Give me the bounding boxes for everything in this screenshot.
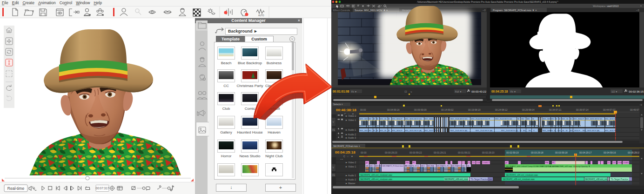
svg-text:00:46:38:18: 00:46:38:18: [336, 108, 356, 112]
svg-text:00:02:59:19: 00:02:59:19: [506, 151, 519, 154]
svg-text:MVI_3650.F: MVI_3650.F: [392, 129, 402, 132]
svg-text:MVI_3691.MOV [V]: MVI_3691.MOV [V]: [585, 118, 602, 120]
svg-text:−≡: −≡: [636, 9, 640, 12]
svg-text:MVI_3692.MOV: MVI_3692.MOV: [605, 118, 619, 120]
svg-text:00:01:01:08: 00:01:01:08: [333, 90, 349, 93]
svg-text:credits: credits: [623, 161, 629, 164]
svg-text:M: M: [520, 129, 522, 132]
svg-text:SEORAPZ_v08.xml_mixdo: SEORAPZ_v08.xml_mixdo: [444, 178, 470, 181]
svg-text:▪ ▪: ▪ ▪: [341, 158, 343, 161]
svg-text:SEO: SEO: [462, 165, 466, 167]
svg-text:ye: ye: [505, 161, 508, 164]
svg-text:MVI_36: MVI_36: [380, 118, 387, 120]
svg-text:MVI_2545.MOV [A]: MVI_2545.MOV [A]: [450, 129, 467, 132]
svg-text:SE: SE: [467, 165, 470, 167]
svg-text:Real-time: Real-time: [7, 186, 25, 191]
svg-text:MVI_368: MVI_368: [360, 129, 368, 132]
svg-text:00:04:29:17: 00:04:29:17: [579, 151, 592, 154]
svg-text:MVI_368: MVI_368: [543, 129, 550, 132]
svg-text:Source: MVI_3601.MOV ▼ ×: Source: MVI_3601.MOV ▼ ×: [355, 9, 388, 12]
svg-text:► Video 1: ► Video 1: [345, 165, 356, 168]
svg-text:00:34:57:21: 00:34:57:21: [549, 108, 562, 111]
svg-text:00:29:58:04: 00:29:58:04: [522, 108, 535, 111]
svg-text:TG-Target Practice 10: TG-Target Practice 10: [610, 178, 631, 181]
svg-text:00:19:58:19: 00:19:58:19: [468, 108, 481, 111]
svg-text:MVI_36: MVI_36: [562, 118, 569, 120]
svg-text:MVI_36: MVI_36: [380, 129, 387, 132]
svg-text:00:09:59:09: 00:09:59:09: [414, 108, 427, 111]
svg-text:MVI_3691.MOV [V]: MVI_3691.MOV [V]: [405, 118, 422, 120]
svg-text:MVI_2544.MOV [V] ▼: MVI_2544.MOV [V] ▼: [471, 118, 490, 120]
svg-text:00:04:59:16: 00:04:59:16: [387, 108, 400, 111]
svg-text:M: M: [556, 118, 557, 120]
svg-text:MVI_3691.MOV [A]: MVI_3691.MOV [A]: [405, 129, 422, 132]
svg-text:00:14:59:02: 00:14:59:02: [441, 108, 454, 111]
svg-text:→: →: [409, 90, 413, 93]
svg-text:M: M: [554, 129, 556, 132]
svg-text:MVI_2544.MOV [A]: MVI_2544.MOV [A]: [476, 129, 492, 132]
svg-text:M: M: [388, 129, 390, 132]
svg-text:MVI_3692.MOV [: MVI_3692.MOV [: [424, 129, 440, 132]
svg-text:SEORAPZ_FC: SEORAPZ_FC: [436, 165, 449, 167]
svg-text:credits f: credits f: [483, 161, 490, 164]
svg-text:Fit ▼: Fit ▼: [510, 90, 516, 93]
svg-text:Full ▼: Full ▼: [455, 90, 462, 93]
svg-text:00:01:59:21: 00:01:59:21: [458, 151, 470, 154]
svg-text:MV: MV: [369, 129, 371, 132]
svg-text:□: □: [405, 90, 407, 93]
svg-text:SEO: SEO: [369, 165, 374, 167]
svg-text:−≡: −≡: [483, 9, 486, 12]
svg-text:► Audio 1: ► Audio 1: [345, 128, 356, 131]
svg-text:► Video 2: ► Video 2: [345, 114, 356, 117]
svg-text:► Video 1: ► Video 1: [345, 119, 356, 121]
svg-text:SEORAPZ_v08.xml_mixdown.wav: SEORAPZ_v08.xml_mixdown.wav: [503, 178, 535, 181]
svg-text:SEORAPZ_v04.xml_mixdown.wav: SEORAPZ_v04.xml_mixdown.wav: [506, 174, 538, 176]
svg-text:M: M: [532, 118, 534, 120]
svg-text:SEORAPZ_FCfi: SEORAPZ_FCfi: [405, 165, 419, 167]
svg-text:SEORA: SEORA: [427, 165, 434, 167]
svg-text:00:24:58:12: 00:24:58:12: [495, 108, 508, 111]
svg-text:► Master: ► Master: [345, 182, 356, 185]
svg-text:MV: MV: [369, 118, 371, 120]
svg-text:AUTO: AUTO: [258, 14, 264, 17]
svg-text:M: M: [388, 118, 390, 120]
svg-text:► Audio 2: ► Audio 2: [345, 133, 356, 136]
svg-text:SEORAPZ_v03 Linked Comp 01/SEO: SEORAPZ_v03 Linked Comp 01/SEORAPZ(FINAL…: [506, 165, 572, 167]
svg-text:PI: PI: [552, 161, 554, 164]
svg-text:cre: cre: [613, 161, 616, 164]
svg-text:ye: ye: [366, 161, 368, 164]
svg-text:Fit ▼: Fit ▼: [351, 90, 357, 93]
svg-text:Ptb: Ptb: [545, 161, 549, 164]
svg-text:M: M: [517, 118, 519, 120]
svg-text:00:00: 00:00: [360, 108, 366, 111]
svg-text:−≡: −≡: [639, 103, 642, 106]
svg-text:PI: PI: [413, 161, 415, 164]
svg-text:MV: MV: [521, 118, 524, 120]
svg-text:00:44:57:07: 00:44:57:07: [603, 108, 616, 111]
svg-text:MVI_3692.MOV [: MVI_3692.MOV [: [605, 129, 620, 132]
svg-text:TG-Target Practice 1: TG-Target Practice 1: [470, 178, 490, 181]
svg-text:A1: A1: [332, 174, 335, 176]
svg-text:00:02:36:15: 00:02:36:15: [629, 90, 644, 93]
svg-text:MVI_3650.F: MVI_3650.F: [392, 118, 402, 120]
svg-text:Mv: Mv: [529, 129, 531, 132]
svg-text:M: M: [559, 118, 561, 120]
svg-text:00:04:25:18: 00:04:25:18: [491, 90, 508, 93]
svg-text:00:39:57:14: 00:39:57:14: [576, 108, 589, 111]
svg-text:Ptb: Ptb: [406, 161, 409, 164]
svg-text:00:02:29:20: 00:02:29:20: [482, 151, 495, 154]
svg-text:credi: credi: [618, 161, 622, 164]
svg-text:SE: SE: [380, 165, 382, 167]
svg-text:M: M: [373, 129, 375, 132]
svg-text:00:00:59:22: 00:00:59:22: [409, 151, 422, 154]
svg-text:00:04:59:16: 00:04:59:16: [604, 151, 616, 154]
svg-text:MVI_368: MVI_368: [543, 118, 550, 120]
svg-text:Program: SEORAPZ_FCfinal.mov: Program: SEORAPZ_FCfinal.mov ▼ ×: [493, 9, 537, 12]
svg-text:1/2 ▼: 1/2 ▼: [611, 90, 617, 93]
svg-text:00:01:29:21: 00:01:29:21: [434, 151, 446, 154]
svg-text:00:04:25:18: 00:04:25:18: [335, 150, 356, 154]
svg-text:MV: MV: [550, 129, 553, 132]
svg-text:MVI_368: MVI_368: [360, 118, 368, 120]
svg-text:Mv: Mv: [523, 129, 526, 132]
svg-text:MVI_3650.F: MVI_3650.F: [570, 129, 580, 132]
